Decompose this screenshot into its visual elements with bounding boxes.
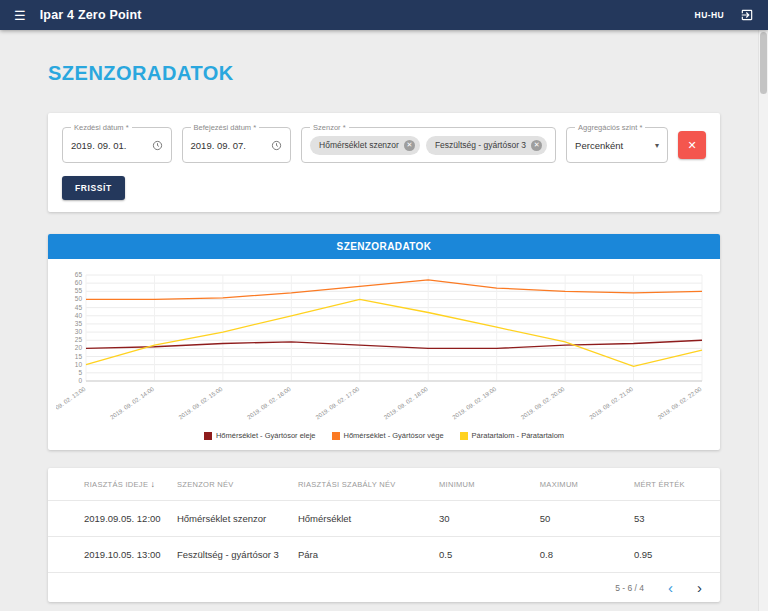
start-date-field[interactable]: Kezdési dátum * 2019. 09. 01. (62, 127, 172, 163)
legend-label: Páratartalom - Páratartalom (472, 431, 565, 440)
aggregation-select[interactable]: Aggregációs szint * Percenként ▾ (566, 127, 668, 163)
column-header[interactable]: RIASZTÁS IDEJE ↓ (48, 468, 169, 501)
column-header[interactable]: MINIMUM (431, 468, 532, 501)
sensor-chip[interactable]: Hőmérséklet szenzor ✕ (310, 136, 420, 155)
app-title: Ipar 4 Zero Point (40, 8, 142, 22)
next-page-button[interactable]: › (697, 580, 702, 595)
svg-text:2019. 09. 02. 20:00: 2019. 09. 02. 20:00 (520, 386, 566, 421)
svg-text:15: 15 (75, 353, 83, 360)
menu-icon[interactable]: ☰ (14, 9, 26, 22)
svg-text:65: 65 (75, 271, 83, 278)
table-cell: 50 (532, 501, 626, 537)
clock-icon[interactable] (271, 140, 282, 151)
legend-item[interactable]: Hőmérséklet - Gyártósor eleje (204, 431, 316, 440)
chart-header: SZENZORADATOK (48, 234, 720, 259)
svg-text:25: 25 (75, 336, 83, 343)
svg-text:2019. 09. 02. 15:00: 2019. 09. 02. 15:00 (178, 386, 224, 421)
locale-label[interactable]: HU-HU (695, 10, 724, 20)
sensor-chip-label: Feszültség - gyártósor 3 (435, 140, 526, 150)
svg-text:55: 55 (75, 287, 83, 294)
scrollbar-thumb[interactable] (760, 32, 767, 94)
legend-item[interactable]: Hőmérséklet - Gyártósor vége (332, 431, 444, 440)
svg-text:2019. 09. 02. 17:00: 2019. 09. 02. 17:00 (315, 386, 361, 421)
svg-text:2019. 09. 02. 22:00: 2019. 09. 02. 22:00 (657, 386, 703, 421)
sensor-chip-label: Hőmérséklet szenzor (319, 140, 399, 150)
svg-text:2019. 09. 02. 21:00: 2019. 09. 02. 21:00 (588, 386, 634, 421)
legend-label: Hőmérséklet - Gyártósor eleje (216, 431, 316, 440)
table-cell: 0.95 (626, 537, 720, 573)
exit-to-app-icon[interactable] (740, 8, 754, 22)
svg-text:5: 5 (78, 369, 82, 376)
aggregation-value: Percenként (575, 140, 623, 151)
sensor-label: Szenzor * (310, 123, 349, 132)
page-title: SZENZORADATOK (48, 62, 720, 85)
column-header[interactable]: RIASZTÁSI SZABÁLY NÉV (290, 468, 431, 501)
chip-remove-icon[interactable]: ✕ (404, 140, 415, 151)
filter-card: Kezdési dátum * 2019. 09. 01. Befejezési… (48, 113, 720, 212)
end-date-value: 2019. 09. 07. (191, 140, 246, 151)
table-cell: 0.8 (532, 537, 626, 573)
vertical-scrollbar[interactable] (758, 30, 768, 611)
app-navbar: ☰ Ipar 4 Zero Point HU-HU (0, 0, 768, 30)
table-cell: 2019.10.05. 13:00 (48, 537, 169, 573)
page-content: SZENZORADATOK Kezdési dátum * 2019. 09. … (0, 62, 768, 602)
table-row[interactable]: 2019.09.05. 12:00Hőmérséklet szenzorHőmé… (48, 501, 720, 537)
column-header[interactable]: SZENZOR NÉV (169, 468, 290, 501)
previous-page-button[interactable]: ‹ (668, 580, 673, 595)
alerts-table: RIASZTÁS IDEJE ↓SZENZOR NÉV RIASZTÁSI SZ… (48, 468, 720, 572)
table-cell: Pára (290, 537, 431, 573)
svg-text:2019. 09. 02. 16:00: 2019. 09. 02. 16:00 (246, 386, 292, 421)
table-row[interactable]: 2019.10.05. 13:00Feszültség - gyártósor … (48, 537, 720, 573)
chart-card: SZENZORADATOK 05101520253035404550556065… (48, 234, 720, 450)
table-cell: Hőmérséklet (290, 501, 431, 537)
refresh-button[interactable]: FRISSÍT (62, 176, 125, 200)
alerts-table-card: RIASZTÁS IDEJE ↓SZENZOR NÉV RIASZTÁSI SZ… (48, 468, 720, 602)
pagination: 5 - 6 / 4 ‹ › (48, 572, 720, 602)
navbar-right: HU-HU (695, 8, 754, 22)
table-cell: 30 (431, 501, 532, 537)
clock-icon[interactable] (152, 140, 163, 151)
svg-text:2019. 09. 02. 13:00: 2019. 09. 02. 13:00 (56, 386, 87, 421)
clear-filters-button[interactable]: ✕ (678, 131, 706, 159)
legend-swatch (204, 432, 212, 440)
filter-row: Kezdési dátum * 2019. 09. 01. Befejezési… (62, 127, 706, 163)
table-cell: 53 (626, 501, 720, 537)
start-date-value: 2019. 09. 01. (71, 140, 126, 151)
table-cell: Feszültség - gyártósor 3 (169, 537, 290, 573)
table-cell: Hőmérséklet szenzor (169, 501, 290, 537)
chart-body: 051015202530354045505560652019. 09. 02. … (48, 259, 720, 450)
table-cell: 0.5 (431, 537, 532, 573)
end-date-label: Befejezési dátum * (191, 123, 260, 132)
svg-text:2019. 09. 02. 18:00: 2019. 09. 02. 18:00 (383, 386, 429, 421)
sort-desc-icon: ↓ (151, 479, 156, 489)
svg-text:30: 30 (75, 328, 83, 335)
svg-text:35: 35 (75, 320, 83, 327)
chip-remove-icon[interactable]: ✕ (531, 140, 542, 151)
svg-text:40: 40 (75, 312, 83, 319)
svg-text:10: 10 (75, 361, 83, 368)
table-cell: 2019.09.05. 12:00 (48, 501, 169, 537)
legend-item[interactable]: Páratartalom - Páratartalom (460, 431, 565, 440)
legend-swatch (332, 432, 340, 440)
legend-swatch (460, 432, 468, 440)
legend-label: Hőmérséklet - Gyártósor vége (344, 431, 444, 440)
column-header[interactable]: MÉRT ÉRTÉK (626, 468, 720, 501)
navbar-left: ☰ Ipar 4 Zero Point (14, 8, 142, 22)
chart-legend: Hőmérséklet - Gyártósor elejeHőmérséklet… (56, 431, 712, 448)
sensor-select-field[interactable]: Szenzor * Hőmérséklet szenzor ✕ Feszülts… (301, 127, 556, 163)
pagination-range: 5 - 6 / 4 (615, 583, 644, 593)
svg-text:2019. 09. 02. 19:00: 2019. 09. 02. 19:00 (451, 386, 497, 421)
start-date-label: Kezdési dátum * (71, 123, 132, 132)
end-date-field[interactable]: Befejezési dátum * 2019. 09. 07. (182, 127, 292, 163)
sensor-chip[interactable]: Feszültség - gyártósor 3 ✕ (426, 136, 547, 155)
aggregation-label: Aggregációs szint * (575, 123, 645, 132)
svg-text:50: 50 (75, 295, 83, 302)
table-header-row: RIASZTÁS IDEJE ↓SZENZOR NÉV RIASZTÁSI SZ… (48, 468, 720, 501)
column-header[interactable]: MAXIMUM (532, 468, 626, 501)
svg-text:2019. 09. 02. 14:00: 2019. 09. 02. 14:00 (109, 386, 155, 421)
sensor-line-chart: 051015202530354045505560652019. 09. 02. … (56, 267, 712, 431)
svg-text:45: 45 (75, 304, 83, 311)
svg-text:20: 20 (75, 344, 83, 351)
svg-text:60: 60 (75, 279, 83, 286)
svg-text:0: 0 (78, 377, 82, 384)
